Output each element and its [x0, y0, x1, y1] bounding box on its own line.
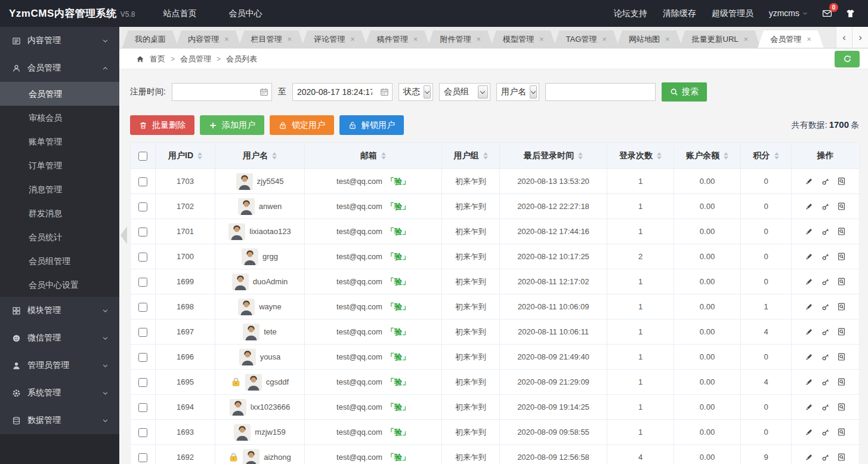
- calendar-icon[interactable]: [260, 88, 268, 97]
- email-verified-badge[interactable]: 「验」: [387, 177, 410, 186]
- sort-icon[interactable]: [197, 152, 202, 159]
- sort-icon[interactable]: [381, 152, 386, 159]
- user-dropdown[interactable]: yzmcms: [761, 0, 816, 27]
- view-detail-icon[interactable]: [837, 352, 846, 361]
- select-all-checkbox[interactable]: [138, 152, 147, 161]
- email-verified-badge[interactable]: 「验」: [387, 202, 410, 211]
- row-checkbox[interactable]: [138, 353, 147, 362]
- add-user-button[interactable]: 添加用户: [200, 115, 264, 135]
- row-checkbox[interactable]: [138, 177, 147, 186]
- reset-password-icon[interactable]: [821, 227, 830, 236]
- row-checkbox[interactable]: [138, 453, 147, 462]
- messages-button[interactable]: 0: [816, 0, 839, 27]
- sidebar-item-1[interactable]: 会员管理: [0, 82, 119, 106]
- tab-11[interactable]: 会员管理×: [758, 30, 824, 48]
- sidebar-item-3[interactable]: 账单管理: [0, 130, 119, 153]
- view-detail-icon[interactable]: [837, 327, 846, 336]
- sidebar-group-2[interactable]: 会员管理: [0, 54, 119, 82]
- row-checkbox[interactable]: [138, 428, 147, 437]
- sort-icon[interactable]: [272, 152, 277, 159]
- tab-5[interactable]: 稿件管理×: [365, 30, 431, 48]
- reg-time-start-input[interactable]: [172, 84, 256, 100]
- reset-password-icon[interactable]: [821, 327, 830, 336]
- sidebar-item-5[interactable]: 消息管理: [0, 177, 119, 201]
- sidebar-group-7[interactable]: 数据管理: [0, 407, 119, 434]
- sidebar-group-1[interactable]: 内容管理: [0, 27, 119, 54]
- sidebar-item-6[interactable]: 群发消息: [0, 201, 119, 225]
- edit-icon[interactable]: [805, 352, 814, 361]
- email-verified-badge[interactable]: 「验」: [387, 252, 410, 261]
- row-checkbox[interactable]: [138, 228, 147, 236]
- reset-password-icon[interactable]: [821, 277, 830, 286]
- edit-icon[interactable]: [805, 202, 814, 211]
- row-checkbox[interactable]: [138, 202, 147, 211]
- batch-delete-button[interactable]: 批量删除: [130, 115, 194, 135]
- calendar-icon[interactable]: [380, 88, 389, 97]
- tab-6[interactable]: 附件管理×: [427, 30, 493, 48]
- reset-password-icon[interactable]: [821, 202, 830, 211]
- sort-icon[interactable]: [578, 152, 583, 159]
- nav-forum-support[interactable]: 论坛支持: [606, 0, 655, 27]
- tab-close-icon[interactable]: ×: [288, 35, 292, 44]
- email-verified-badge[interactable]: 「验」: [387, 352, 410, 361]
- edit-icon[interactable]: [805, 227, 814, 236]
- breadcrumb-home[interactable]: 首页: [150, 54, 165, 64]
- unlock-user-button[interactable]: 解锁用户: [339, 115, 404, 135]
- email-verified-badge[interactable]: 「验」: [387, 377, 410, 386]
- view-detail-icon[interactable]: [837, 453, 846, 462]
- row-checkbox[interactable]: [138, 278, 147, 287]
- sort-icon[interactable]: [774, 152, 779, 159]
- edit-icon[interactable]: [805, 177, 814, 186]
- tab-1[interactable]: 我的桌面: [122, 30, 178, 48]
- edit-icon[interactable]: [805, 302, 814, 311]
- sidebar-group-3[interactable]: 模块管理: [0, 297, 119, 324]
- edit-icon[interactable]: [805, 377, 814, 386]
- app-logo[interactable]: YzmCMS内容管理系统 V5.8: [0, 7, 135, 20]
- reg-time-end-input[interactable]: [293, 84, 376, 100]
- tab-10[interactable]: 批量更新URL×: [679, 30, 761, 48]
- email-verified-badge[interactable]: 「验」: [387, 402, 410, 411]
- reset-password-icon[interactable]: [821, 377, 830, 386]
- reset-password-icon[interactable]: [821, 402, 830, 411]
- reset-password-icon[interactable]: [821, 453, 830, 462]
- tabs-scroll-left-button[interactable]: ‹: [836, 27, 852, 48]
- email-verified-badge[interactable]: 「验」: [387, 277, 410, 286]
- sidebar-item-9[interactable]: 会员中心设置: [0, 273, 119, 297]
- view-detail-icon[interactable]: [837, 177, 846, 186]
- column-header[interactable]: 积分: [741, 143, 792, 169]
- sidebar-group-4[interactable]: 微信管理: [0, 324, 119, 352]
- nav-member-center[interactable]: 会员中心: [212, 0, 278, 27]
- sidebar-group-6[interactable]: 系统管理: [0, 379, 119, 407]
- row-checkbox[interactable]: [138, 303, 147, 312]
- tab-close-icon[interactable]: ×: [539, 35, 544, 44]
- email-verified-badge[interactable]: 「验」: [387, 227, 410, 236]
- edit-icon[interactable]: [805, 402, 814, 411]
- view-detail-icon[interactable]: [837, 302, 846, 311]
- breadcrumb-member-manage[interactable]: 会员管理: [180, 54, 211, 64]
- tab-3[interactable]: 栏目管理×: [239, 30, 305, 48]
- edit-icon[interactable]: [805, 428, 814, 437]
- row-checkbox[interactable]: [138, 328, 147, 337]
- tab-close-icon[interactable]: ×: [807, 35, 811, 44]
- sort-icon[interactable]: [657, 152, 662, 159]
- sidebar-collapse-handle[interactable]: [121, 226, 127, 244]
- tab-8[interactable]: TAG管理×: [554, 30, 619, 48]
- column-header[interactable]: 账户余额: [674, 143, 741, 169]
- reset-password-icon[interactable]: [821, 252, 830, 261]
- edit-icon[interactable]: [805, 327, 814, 336]
- row-checkbox[interactable]: [138, 403, 147, 412]
- tabs-scroll-right-button[interactable]: ›: [852, 27, 868, 48]
- edit-icon[interactable]: [805, 252, 814, 261]
- edit-icon[interactable]: [805, 453, 814, 462]
- username-field-select[interactable]: 用户名: [496, 83, 539, 101]
- theme-button[interactable]: [839, 0, 862, 27]
- edit-icon[interactable]: [805, 277, 814, 286]
- nav-role-label[interactable]: 超级管理员: [704, 0, 761, 27]
- nav-site-home[interactable]: 站点首页: [147, 0, 212, 27]
- email-verified-badge[interactable]: 「验」: [387, 302, 410, 311]
- view-detail-icon[interactable]: [837, 252, 846, 261]
- tab-2[interactable]: 内容管理×: [175, 30, 242, 48]
- refresh-button[interactable]: [835, 51, 860, 67]
- reset-password-icon[interactable]: [821, 352, 830, 361]
- reset-password-icon[interactable]: [821, 177, 830, 186]
